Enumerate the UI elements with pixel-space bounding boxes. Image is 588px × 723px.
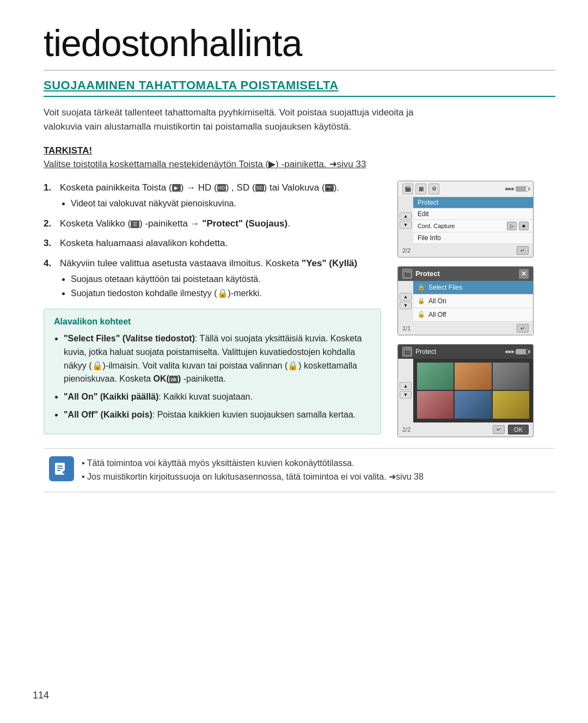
battery-bar-3 bbox=[516, 349, 529, 354]
tarkista-section: TARKISTA! Valitse toistotila koskettamal… bbox=[44, 145, 555, 170]
photo-thumb-5[interactable] bbox=[455, 391, 491, 418]
down-arrow-2[interactable]: ▼ bbox=[400, 302, 412, 309]
step-1-content: Kosketa painikkeita Toista (▶) → HD (HD)… bbox=[60, 181, 381, 211]
up-arrow-2[interactable]: ▲ bbox=[400, 293, 412, 301]
all-off-label: All Off bbox=[428, 311, 446, 318]
panel-3-header: 🎬 Protect ■■■ bbox=[398, 345, 533, 359]
back-icon-3[interactable]: ↩ bbox=[493, 425, 505, 434]
note-line-1: • Tätä toimintoa voi käyttää myös yksitt… bbox=[82, 456, 424, 470]
settings-icon: ⚙ bbox=[428, 183, 439, 194]
battery-indicator: ■■■ bbox=[505, 186, 529, 192]
panel-3-body: ▲ ▼ bbox=[398, 359, 533, 422]
protect-title-3: Protect bbox=[415, 348, 436, 356]
back-icon-2[interactable]: ↩ bbox=[517, 324, 529, 333]
protect-label: Protect bbox=[418, 199, 438, 206]
up-arrow[interactable]: ▲ bbox=[400, 212, 412, 220]
submenu-box: Alavalikon kohteet "Select Files" (Valit… bbox=[44, 309, 381, 434]
step-4: Näkyviin tulee valittua asetusta vastaav… bbox=[44, 256, 381, 301]
all-off-icon: 🔓 bbox=[418, 311, 425, 318]
note-icon bbox=[49, 456, 74, 481]
submenu-list: "Select Files" (Valitse tiedostot): Täll… bbox=[64, 332, 371, 422]
rec-icon: ■ bbox=[519, 222, 529, 230]
panel-2-body: ▲ ▼ 🔒 Select Files 🔒 All On 🔓 All Off bbox=[398, 281, 533, 322]
panel-1-footer: 2/2 ↩ bbox=[398, 244, 533, 257]
panel-2-footer: 1/1 ↩ bbox=[398, 322, 533, 335]
page-number: 114 bbox=[33, 690, 49, 701]
menu-icon: ☰ bbox=[131, 220, 139, 228]
file-info-label: File Info bbox=[418, 234, 441, 242]
panel-2-header: 🎬 Protect ✕ bbox=[398, 267, 533, 281]
down-arrow[interactable]: ▼ bbox=[400, 221, 412, 229]
panels-column: 🎬 ▦ ⚙ ■■■ ▲ ▼ Protect bbox=[397, 181, 534, 437]
step-3-content: Kosketa haluamaasi alavalikon kohdetta. bbox=[60, 236, 381, 250]
close-button[interactable]: ✕ bbox=[519, 269, 529, 279]
photo-thumb-4[interactable] bbox=[417, 391, 454, 418]
photo-grid-container bbox=[413, 359, 533, 422]
menu-item-protect[interactable]: Protect bbox=[413, 197, 533, 209]
nav-arrows-3: ▲ ▼ bbox=[398, 359, 413, 422]
camera-icon-3: 🎬 bbox=[402, 347, 412, 357]
photo-thumb-1[interactable] bbox=[417, 363, 454, 390]
panel-1-body: ▲ ▼ Protect Edit Cont. Capture ▷ ■ bbox=[398, 197, 533, 244]
hd-icon: HD bbox=[217, 184, 226, 192]
photo-thumb-6[interactable] bbox=[493, 391, 529, 419]
note-text: • Tätä toimintoa voi käyttää myös yksitt… bbox=[82, 456, 424, 484]
battery-indicator-3: ■■■ bbox=[505, 349, 529, 354]
all-off-option[interactable]: 🔓 All Off bbox=[413, 308, 533, 322]
step-3: Kosketa haluamaasi alavalikon kohdetta. bbox=[44, 236, 381, 250]
tarkista-label: TARKISTA! bbox=[44, 145, 555, 156]
camera-icon: 🎬 bbox=[402, 183, 413, 194]
step-1-bullet: Videot tai valokuvat näkyvät pienoiskuvi… bbox=[71, 197, 381, 210]
menu-item-file-info[interactable]: File Info bbox=[413, 232, 533, 244]
select-files-icon: 🔒 bbox=[418, 284, 425, 291]
content-area: Kosketa painikkeita Toista (▶) → HD (HD)… bbox=[44, 181, 555, 437]
panel-3-counter: 2/2 bbox=[402, 426, 411, 433]
protect-options: 🔒 Select Files 🔒 All On 🔓 All Off bbox=[413, 281, 533, 322]
ok-icon: ok bbox=[169, 376, 178, 383]
submenu-title: Alavalikon kohteet bbox=[54, 317, 371, 327]
note-box: • Tätä toimintoa voi käyttää myös yksitt… bbox=[44, 448, 555, 492]
all-on-option[interactable]: 🔒 All On bbox=[413, 295, 533, 308]
panel-2-counter: 1/1 bbox=[402, 325, 411, 332]
edit-label: Edit bbox=[418, 210, 429, 218]
photo-icon: 📷 bbox=[325, 184, 334, 192]
back-icon[interactable]: ↩ bbox=[517, 246, 529, 255]
menu-item-edit[interactable]: Edit bbox=[413, 209, 533, 220]
step-list: Kosketa painikkeita Toista (▶) → HD (HD)… bbox=[44, 181, 381, 301]
photo-thumb-2[interactable] bbox=[455, 363, 491, 390]
camera-icon-2: 🎬 bbox=[402, 269, 412, 279]
panel-3: 🎬 Protect ■■■ ▲ ▼ bbox=[397, 344, 534, 437]
panel-1-counter: 2/2 bbox=[402, 247, 411, 254]
submenu-item-1: "Select Files" (Valitse tiedostot): Täll… bbox=[64, 332, 371, 386]
step-2: Kosketa Valikko (☰) -painiketta → "Prote… bbox=[44, 217, 381, 231]
cont-capture-label: Cont. Capture bbox=[418, 223, 455, 229]
select-files-option[interactable]: 🔒 Select Files bbox=[413, 281, 533, 295]
submenu-item-3: "All Off" (Kaikki pois): Poistaa kaikkie… bbox=[64, 408, 371, 422]
battery-bar bbox=[516, 186, 529, 192]
grid-icon: ▦ bbox=[415, 183, 426, 194]
down-arrow-3[interactable]: ▼ bbox=[400, 391, 412, 399]
nav-arrows: ▲ ▼ bbox=[398, 197, 413, 244]
photo-thumb-3[interactable] bbox=[493, 363, 529, 390]
up-arrow-3[interactable]: ▲ bbox=[400, 382, 412, 390]
nav-arrows-2: ▲ ▼ bbox=[398, 281, 413, 322]
page-title: tiedostonhallinta bbox=[44, 22, 555, 71]
note-svg bbox=[53, 461, 70, 477]
step-4-content: Näkyviin tulee valittua asetusta vastaav… bbox=[60, 256, 381, 301]
steps-column: Kosketa painikkeita Toista (▶) → HD (HD)… bbox=[44, 181, 381, 437]
section-title: SUOJAAMINEN TAHATTOMALTA POISTAMISELTA bbox=[44, 78, 555, 97]
play-icon-2: ▷ bbox=[507, 222, 517, 230]
select-files-label: Select Files bbox=[428, 284, 462, 291]
intro-text: Voit suojata tärkeät tallenteet tahattom… bbox=[44, 106, 414, 134]
note-line-2: • Jos muistikortin kirjoitussuoja on luk… bbox=[82, 470, 424, 484]
panel-1-top-bar: 🎬 ▦ ⚙ ■■■ bbox=[398, 181, 533, 197]
ok-button[interactable]: OK bbox=[508, 425, 529, 434]
sd-icon: SD bbox=[255, 184, 264, 192]
menu-item-cont-capture[interactable]: Cont. Capture ▷ ■ bbox=[413, 220, 533, 232]
step-4-bullet-1: Suojaus otetaan käyttöön tai poistetaan … bbox=[71, 273, 381, 286]
protect-title: Protect bbox=[415, 269, 440, 278]
panel-1: 🎬 ▦ ⚙ ■■■ ▲ ▼ Protect bbox=[397, 181, 534, 258]
submenu-item-2: "All On" (Kaikki päällä): Kaikki kuvat s… bbox=[64, 390, 371, 404]
photo-grid bbox=[415, 360, 531, 421]
tarkista-text: Valitse toistotila koskettamalla nesteki… bbox=[44, 158, 555, 170]
